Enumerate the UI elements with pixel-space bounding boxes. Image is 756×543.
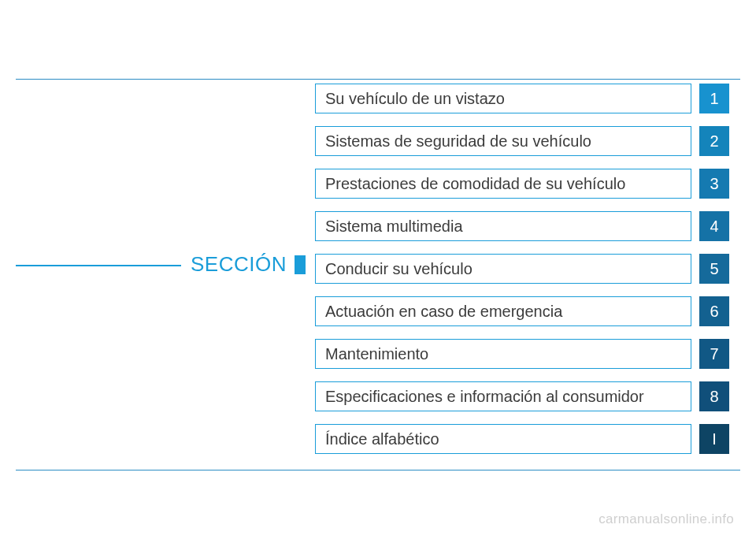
heading-marker-icon <box>295 255 306 274</box>
heading-text: SECCIÓN <box>191 252 287 277</box>
toc-number: 6 <box>699 296 729 326</box>
toc-number: 1 <box>699 84 729 113</box>
toc-number: 4 <box>699 211 729 241</box>
toc-row[interactable]: Actuación en caso de emergencia 6 <box>315 296 729 326</box>
toc-number: I <box>699 424 729 454</box>
toc-number: 2 <box>699 126 729 156</box>
toc-title: Prestaciones de comodidad de su vehículo <box>315 169 691 199</box>
toc-row[interactable]: Índice alfabético I <box>315 424 729 454</box>
manual-toc-page: SECCIÓN Su vehículo de un vistazo 1 Sist… <box>0 0 756 543</box>
toc-number: 8 <box>699 381 729 411</box>
toc-title: Actuación en caso de emergencia <box>315 296 691 326</box>
toc-row[interactable]: Sistema multimedia 4 <box>315 211 729 241</box>
toc-row[interactable]: Mantenimiento 7 <box>315 339 729 369</box>
toc-title: Conducir su vehículo <box>315 254 691 284</box>
left-column: SECCIÓN <box>16 79 306 470</box>
toc-title: Mantenimiento <box>315 339 691 369</box>
toc-row[interactable]: Conducir su vehículo 5 <box>315 254 729 284</box>
toc-list: Su vehículo de un vistazo 1 Sistemas de … <box>315 84 729 454</box>
toc-title: Sistema multimedia <box>315 211 691 241</box>
toc-number: 5 <box>699 254 729 284</box>
toc-row[interactable]: Prestaciones de comodidad de su vehículo… <box>315 169 729 199</box>
toc-row[interactable]: Especificaciones e información al consum… <box>315 381 729 411</box>
toc-title: Sistemas de seguridad de su vehículo <box>315 126 691 156</box>
bottom-rule <box>16 470 740 470</box>
heading-wrap: SECCIÓN <box>16 252 306 277</box>
toc-row[interactable]: Sistemas de seguridad de su vehículo 2 <box>315 126 729 156</box>
toc-row[interactable]: Su vehículo de un vistazo 1 <box>315 84 729 113</box>
toc-title: Su vehículo de un vistazo <box>315 84 691 113</box>
toc-number: 3 <box>699 169 729 199</box>
toc-title: Índice alfabético <box>315 424 691 454</box>
watermark-text: carmanualsonline.info <box>598 511 734 527</box>
toc-title: Especificaciones e información al consum… <box>315 381 691 411</box>
toc-number: 7 <box>699 339 729 369</box>
